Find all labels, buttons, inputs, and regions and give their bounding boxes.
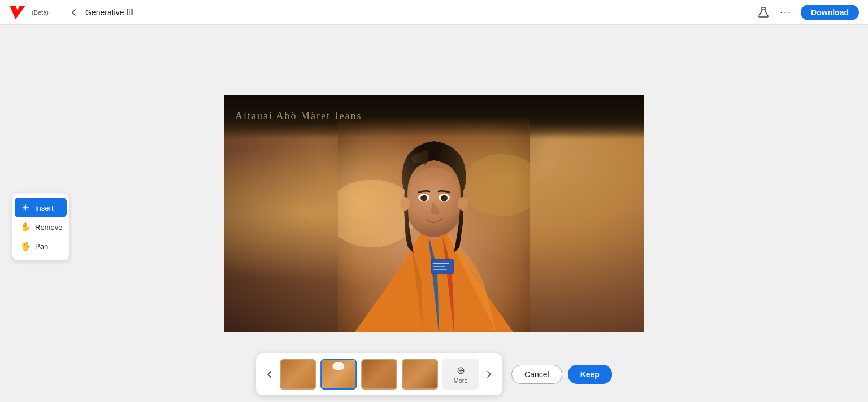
- header-divider: [58, 7, 58, 18]
- thumbnails-list: ··· ⊕ More: [280, 359, 479, 390]
- pan-label: Pan: [35, 242, 48, 250]
- insert-icon: ✳: [20, 203, 31, 213]
- main-canvas-area: Aítauai Abö Märet Jeans ✳ Insert ✋ Remov…: [0, 25, 868, 402]
- chevron-right-icon: [487, 370, 492, 378]
- thumb-dots-indicator: ···: [332, 362, 344, 370]
- pan-tool[interactable]: 🖐 Pan: [12, 237, 69, 256]
- thumbnail-item-3[interactable]: [361, 359, 397, 390]
- flask-icon: [758, 7, 769, 18]
- portrait-figure: [338, 112, 530, 332]
- thumbnails-prev-button[interactable]: [264, 368, 274, 381]
- remove-label: Remove: [35, 222, 62, 231]
- canvas-image[interactable]: Aítauai Abö Märet Jeans: [224, 95, 644, 332]
- thumbnail-more-button[interactable]: ⊕ More: [442, 359, 479, 390]
- thumbnail-item-2[interactable]: ···: [320, 359, 357, 390]
- more-label: More: [454, 377, 468, 384]
- remove-icon: ✋: [20, 222, 31, 232]
- insert-label: Insert: [35, 203, 54, 212]
- thumbnails-next-button[interactable]: [484, 368, 494, 381]
- thumb-image-4: [403, 360, 437, 388]
- keep-button[interactable]: Keep: [568, 365, 612, 384]
- header-left: (Beta) Generative fill: [9, 6, 756, 19]
- chalkboard-sign: Aítauai Abö Märet Jeans: [224, 95, 644, 137]
- chevron-left-icon: [266, 370, 272, 378]
- bottom-panel: ··· ⊕ More: [256, 353, 612, 395]
- back-button[interactable]: [67, 6, 81, 19]
- thumb-image-1: [281, 360, 315, 388]
- download-button[interactable]: Download: [801, 5, 859, 20]
- header-right: ··· Download: [756, 4, 859, 20]
- thumbnail-item-1[interactable]: [280, 359, 316, 390]
- header: (Beta) Generative fill ··· Download: [0, 0, 868, 25]
- tools-panel: ✳ Insert ✋ Remove 🖐 Pan: [12, 194, 69, 260]
- plus-icon: ⊕: [457, 365, 465, 375]
- ellipsis-icon: ···: [780, 6, 792, 18]
- cancel-button[interactable]: Cancel: [511, 365, 562, 384]
- flask-icon-button[interactable]: [756, 5, 771, 20]
- sign-text: Aítauai Abö Märet Jeans: [235, 110, 362, 122]
- beta-badge: (Beta): [32, 9, 49, 16]
- chevron-left-icon: [70, 8, 79, 17]
- adobe-logo-icon: [9, 6, 26, 19]
- svg-rect-20: [338, 112, 530, 332]
- page-title: Generative fill: [85, 8, 134, 17]
- remove-tool[interactable]: ✋ Remove: [12, 217, 69, 237]
- insert-tool[interactable]: ✳ Insert: [15, 198, 67, 217]
- thumbnail-item-4[interactable]: [402, 359, 438, 390]
- action-buttons: Cancel Keep: [511, 365, 612, 384]
- pan-icon: 🖐: [20, 241, 31, 251]
- thumbnails-container: ··· ⊕ More: [256, 353, 502, 395]
- more-options-button[interactable]: ···: [778, 4, 794, 20]
- thumb-image-3: [362, 360, 396, 388]
